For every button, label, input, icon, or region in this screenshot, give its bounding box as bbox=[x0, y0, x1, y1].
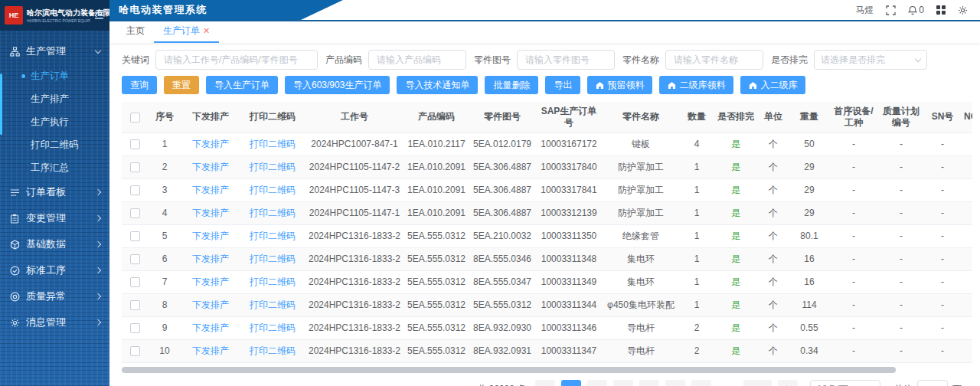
filter-input-产品编码[interactable] bbox=[368, 50, 466, 70]
horizontal-scrollbar-thumb[interactable] bbox=[122, 367, 896, 373]
goto-page-input[interactable] bbox=[917, 380, 948, 386]
fullscreen-icon[interactable] bbox=[886, 5, 896, 15]
dispatch-link[interactable]: 下发排产 bbox=[192, 162, 229, 172]
next-page-button[interactable] bbox=[778, 380, 798, 386]
批量删除-button[interactable]: 批量删除 bbox=[485, 76, 538, 94]
house-icon bbox=[596, 81, 604, 90]
dispatch-link[interactable]: 下发排产 bbox=[192, 345, 229, 356]
filter-input-关键词[interactable] bbox=[155, 50, 318, 70]
sidebar-item-5[interactable]: 质量异常 bbox=[0, 283, 109, 309]
sidebar-subitem-生产订单[interactable]: 生产订单 bbox=[0, 64, 109, 87]
row-checkbox[interactable] bbox=[130, 300, 140, 310]
重置-button[interactable]: 重置 bbox=[164, 76, 199, 94]
sidebar-item-4[interactable]: 标准工序 bbox=[0, 257, 109, 283]
row-checkbox[interactable] bbox=[130, 208, 140, 218]
sidebar-item-1[interactable]: 订单看板 bbox=[0, 179, 109, 205]
print-link[interactable]: 打印二维码 bbox=[250, 254, 296, 264]
tab-生产订单[interactable]: 生产订单✕ bbox=[154, 25, 219, 43]
filter-select-是否排完[interactable]: 请选择是否排完 bbox=[814, 50, 927, 70]
notification-bell-icon[interactable]: 0 bbox=[908, 5, 924, 15]
sidebar-item-label: 订单看板 bbox=[26, 185, 66, 199]
print-link[interactable]: 打印二维码 bbox=[250, 299, 296, 310]
cell-name: 防护罩加工 bbox=[603, 201, 679, 224]
page-button-3[interactable]: 3 bbox=[613, 380, 633, 386]
print-link[interactable]: 打印二维码 bbox=[250, 208, 296, 218]
print-link[interactable]: 打印二维码 bbox=[250, 276, 296, 287]
page-button-6[interactable]: 6 bbox=[691, 380, 711, 386]
cell-product: 5EA.555.0312 bbox=[403, 293, 469, 316]
sidebar-subitem-打印二维码[interactable]: 打印二维码 bbox=[0, 133, 109, 156]
cell-work: 2024HPC1316-1833-2 bbox=[305, 270, 403, 293]
dispatch-link[interactable]: 下发排产 bbox=[192, 299, 229, 310]
dispatch-link[interactable]: 下发排产 bbox=[192, 276, 229, 287]
filter-input-零件图号[interactable] bbox=[517, 50, 615, 70]
page-ellipsis: ••• bbox=[717, 380, 737, 386]
sidebar-subitem-生产排产[interactable]: 生产排产 bbox=[0, 87, 109, 110]
column-header-work: 工作号 bbox=[305, 102, 403, 132]
filter-label: 零件名称 bbox=[622, 54, 659, 67]
cell-part: 5EA.210.0032 bbox=[469, 224, 535, 247]
page-button-4[interactable]: 4 bbox=[639, 380, 659, 386]
apps-grid-icon[interactable] bbox=[936, 5, 946, 15]
入二级库-button[interactable]: 入二级库 bbox=[740, 76, 805, 94]
dispatch-link[interactable]: 下发排产 bbox=[192, 139, 229, 149]
page-button-2[interactable]: 2 bbox=[587, 380, 607, 386]
sidebar-item-3[interactable]: 基础数据 bbox=[0, 231, 109, 257]
cell-firstDevice: - bbox=[829, 155, 878, 178]
cell-product: 1EA.010.2091 bbox=[403, 155, 469, 178]
cell-ncrNo: - bbox=[961, 155, 972, 178]
cell-qty: 1 bbox=[679, 293, 714, 316]
row-checkbox[interactable] bbox=[130, 185, 140, 195]
sidebar-item-2[interactable]: 变更管理 bbox=[0, 205, 109, 231]
预留领料-button[interactable]: 预留领料 bbox=[587, 76, 652, 94]
page-button-3699[interactable]: 3699 bbox=[743, 380, 772, 386]
row-checkbox[interactable] bbox=[130, 323, 140, 333]
sidebar-item-6[interactable]: 消息管理 bbox=[0, 309, 109, 335]
print-link[interactable]: 打印二维码 bbox=[250, 345, 296, 356]
page-size-select[interactable]: 10条/页 bbox=[810, 380, 880, 386]
导入603/903生产订单-button[interactable]: 导入603/903生产订单 bbox=[285, 76, 390, 94]
row-checkbox[interactable] bbox=[130, 277, 140, 287]
sidebar-item-0[interactable]: 生产管理 bbox=[0, 38, 109, 64]
row-checkbox[interactable] bbox=[130, 254, 140, 264]
filter-input-零件名称[interactable] bbox=[665, 50, 763, 70]
row-checkbox[interactable] bbox=[130, 162, 140, 172]
导出-button[interactable]: 导出 bbox=[545, 76, 580, 94]
print-link[interactable]: 打印二维码 bbox=[250, 185, 296, 195]
sidebar-subitem-生产执行[interactable]: 生产执行 bbox=[0, 110, 109, 133]
dispatch-link[interactable]: 下发排产 bbox=[192, 185, 229, 195]
cell-seq: 3 bbox=[148, 178, 181, 201]
company-name-en: HARBIN ELECTRIC POWER EQUIPMENT COMPANY … bbox=[27, 18, 90, 23]
close-icon[interactable]: ✕ bbox=[203, 27, 210, 35]
prev-page-button[interactable] bbox=[535, 380, 555, 386]
dispatch-link[interactable]: 下发排产 bbox=[192, 322, 229, 333]
print-link[interactable]: 打印二维码 bbox=[250, 231, 296, 241]
print-link[interactable]: 打印二维码 bbox=[250, 162, 296, 172]
二级库领料-button[interactable]: 二级库领料 bbox=[659, 76, 733, 94]
查询-button[interactable]: 查询 bbox=[122, 76, 157, 94]
page-button-5[interactable]: 5 bbox=[665, 380, 685, 386]
column-header-print: 打印二维码 bbox=[240, 102, 305, 132]
print-link[interactable]: 打印二维码 bbox=[250, 139, 296, 149]
tab-主页[interactable]: 主页 bbox=[117, 25, 154, 43]
sidebar-subitem-工序汇总[interactable]: 工序汇总 bbox=[0, 156, 109, 179]
cell-dispatch: 下发排产 bbox=[181, 270, 240, 293]
filter-是否排完: 是否排完请选择是否排完 bbox=[771, 50, 927, 70]
cell-ncrNo: - bbox=[961, 178, 972, 201]
row-checkbox[interactable] bbox=[130, 139, 140, 149]
settings-gear-icon[interactable] bbox=[958, 5, 968, 15]
导入技术通知单-button[interactable]: 导入技术通知单 bbox=[397, 76, 478, 94]
sidebar-item-label: 标准工序 bbox=[26, 263, 66, 277]
dispatch-link[interactable]: 下发排产 bbox=[192, 231, 229, 241]
menu-fold-icon[interactable] bbox=[94, 11, 105, 20]
dispatch-link[interactable]: 下发排产 bbox=[192, 254, 229, 264]
select-all-checkbox[interactable] bbox=[130, 113, 140, 123]
print-link[interactable]: 打印二维码 bbox=[250, 322, 296, 333]
dispatch-link[interactable]: 下发排产 bbox=[192, 208, 229, 218]
table-header-row: 序号下发排产打印二维码工作号产品编码零件图号SAP生产订单号零件名称数量是否排完… bbox=[122, 102, 972, 132]
page-button-1[interactable]: 1 bbox=[561, 380, 581, 386]
username[interactable]: 马煜 bbox=[855, 4, 874, 17]
导入生产订单-button[interactable]: 导入生产订单 bbox=[206, 76, 278, 94]
row-checkbox[interactable] bbox=[130, 231, 140, 241]
row-checkbox[interactable] bbox=[130, 346, 140, 356]
